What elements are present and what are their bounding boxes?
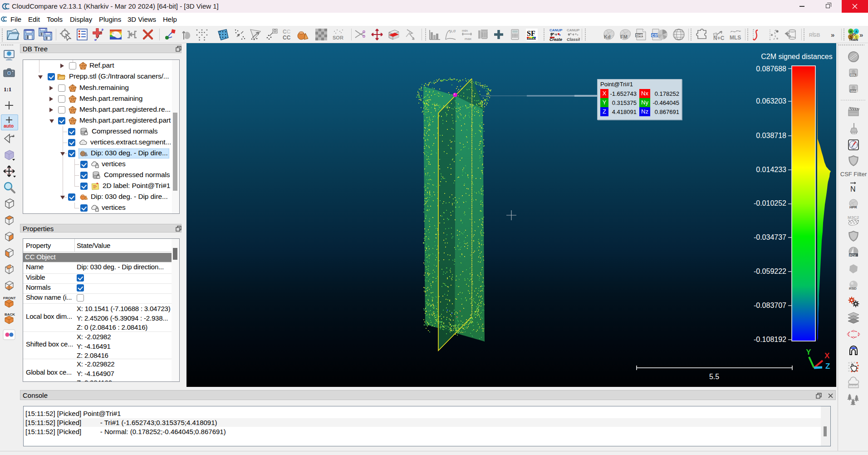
svg-text:»: » (859, 31, 863, 39)
svg-text:»: » (831, 31, 834, 39)
svg-text:SOR: SOR (333, 35, 343, 40)
svg-text:N+C: N+C (713, 35, 725, 41)
svg-text:μ,σ: μ,σ (450, 29, 456, 33)
svg-text:CC: CC (283, 35, 291, 41)
svg-text:SHP: SHP (636, 33, 644, 38)
svg-text:0.014233: 0.014233 (756, 166, 786, 173)
svg-text:-0.083707: -0.083707 (754, 302, 786, 309)
svg-text:-0.034737: -0.034737 (754, 233, 786, 241)
svg-text:RSD: RSD (849, 287, 857, 291)
svg-text:Create: Create (549, 37, 562, 41)
svg-text:EDL: EDL (850, 74, 856, 77)
svg-text:-0.059222: -0.059222 (754, 267, 786, 275)
svg-text:C2M signed distances: C2M signed distances (761, 53, 832, 60)
svg-text:CC: CC (283, 29, 291, 35)
svg-text:BACK: BACK (5, 312, 15, 317)
svg-text:0.038718: 0.038718 (756, 132, 786, 139)
svg-text:PCV: PCV (849, 254, 856, 257)
svg-text:1:1: 1:1 (4, 86, 11, 93)
svg-text:SSAO: SSAO (850, 90, 858, 93)
svg-text:3D: 3D (852, 33, 856, 36)
svg-text:-0.108192: -0.108192 (754, 336, 786, 343)
svg-text:-0.010252: -0.010252 (754, 199, 786, 207)
svg-text:MLS: MLS (730, 35, 741, 41)
svg-text:Y: Y (806, 348, 811, 356)
svg-text:N: N (850, 185, 856, 193)
svg-text:0.087688: 0.087688 (756, 65, 786, 73)
svg-text:X: X (824, 351, 830, 360)
svg-text:SF: SF (527, 30, 535, 37)
svg-text:max: max (465, 37, 471, 41)
svg-text:auto: auto (4, 123, 14, 129)
svg-text:min: min (462, 29, 468, 33)
svg-text:FM: FM (620, 34, 628, 40)
svg-text:FRONT: FRONT (3, 296, 16, 300)
svg-text:CANUPO: CANUPO (549, 28, 563, 32)
svg-text:5.5: 5.5 (709, 373, 719, 381)
svg-text:0.063203: 0.063203 (756, 97, 786, 105)
svg-text:Kd: Kd (604, 34, 611, 40)
svg-text:Classify: Classify (567, 37, 580, 41)
svg-text:M3C2: M3C2 (848, 215, 859, 220)
svg-text:TRAIN: TRAIN (849, 38, 858, 41)
svg-text:CANUPO: CANUPO (567, 28, 580, 32)
svg-text:HPR: HPR (849, 205, 857, 209)
svg-text:Z: Z (825, 362, 830, 371)
